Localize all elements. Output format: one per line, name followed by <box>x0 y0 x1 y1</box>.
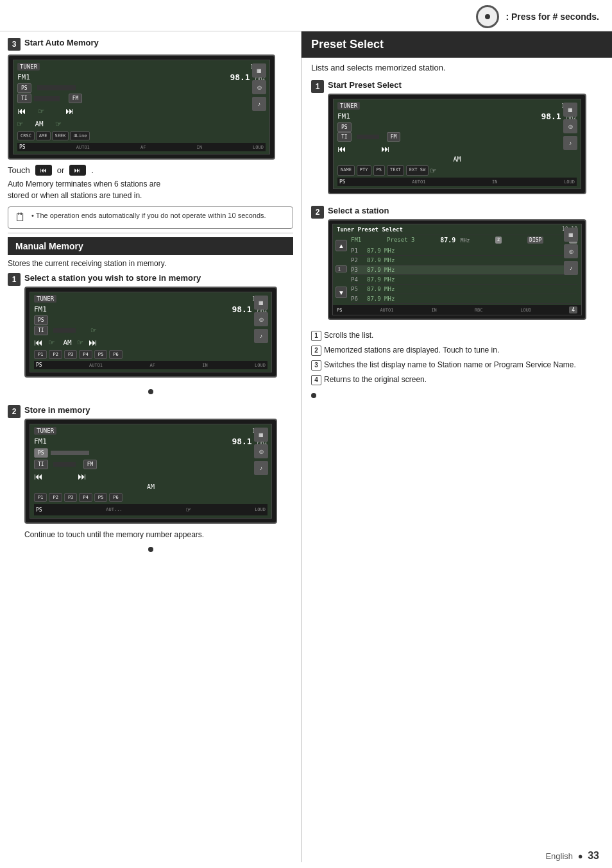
tps-preset-p4[interactable]: P4 87.9 MHz <box>351 275 577 285</box>
mm1-p1[interactable]: P1 <box>34 350 47 359</box>
tps-scroll-up[interactable]: ▲ <box>336 240 347 251</box>
ps1-ps[interactable]: PS <box>337 122 352 132</box>
mm2-tuner-label: TUNER <box>34 427 56 435</box>
ps1-mode: FM1 <box>337 112 350 121</box>
tps-scroll-down[interactable]: ▼ <box>336 287 347 298</box>
tps-1-badge: 1 <box>336 265 347 272</box>
mm1-tuner-label: TUNER <box>34 295 56 303</box>
note-item-1: 1 Scrolls the list. <box>311 330 602 341</box>
tps-preset-p6[interactable]: P6 87.9 MHz <box>351 294 577 304</box>
mm1-in: IN <box>202 363 207 368</box>
step3-badge: 3 <box>8 38 21 51</box>
ps1-next[interactable]: ⏭ <box>381 144 390 154</box>
tuner-hand-1: ☞ <box>38 106 44 116</box>
tuner-fm-btn[interactable]: FM <box>69 94 83 103</box>
tuner-am-btn[interactable]: AM <box>35 120 43 128</box>
tuner-in: IN <box>197 145 202 150</box>
tps-preset-p3[interactable]: P3 87.9 MHz <box>351 265 577 275</box>
mm2-ps[interactable]: PS <box>34 448 48 458</box>
press-label: : Press for # seconds. <box>506 12 599 22</box>
ps1-ext-sw[interactable]: EXT SW <box>406 165 429 176</box>
tuner-ps-bottom: PS <box>19 144 26 150</box>
prev-btn-touch[interactable]: ⏮ <box>35 165 52 176</box>
tps-preset-p2[interactable]: P2 87.9 MHz <box>351 256 577 265</box>
mm1-icon-circle: ◎ <box>254 312 268 326</box>
ps1-text[interactable]: TEXT <box>387 165 404 176</box>
mm2-prev[interactable]: ⏮ <box>34 471 43 481</box>
mm1-ps-bot: PS <box>36 362 42 368</box>
tuner-screen-1: TUNER 10:10 FM1 98.1 MHz PS <box>8 54 275 160</box>
mm1-mode: FM1 <box>34 305 47 313</box>
tps-in: IN <box>431 308 436 313</box>
mm-step1-row: 1 Select a station you wish to store in … <box>8 273 293 383</box>
mm2-icon-vol: ♪ <box>254 461 268 475</box>
page-footer: English ● 33 <box>545 850 599 862</box>
mm1-next[interactable]: ⏭ <box>89 337 98 347</box>
tuner-4line-btn[interactable]: 4Line <box>70 131 90 140</box>
tuner-ps-btn[interactable]: PS <box>17 83 31 93</box>
bullet-right <box>311 393 316 398</box>
ps-step2-row: 2 Select a station Tuner Preset Select 1… <box>302 206 612 325</box>
ps1-pty[interactable]: PTY <box>357 165 371 176</box>
notes-list: 1 Scrolls the list. 2 Memorized stations… <box>302 330 612 385</box>
tuner-ame-btn[interactable]: AME <box>36 131 51 140</box>
mm2-hand: ☞ <box>186 505 191 514</box>
tps-ps-bot: PS <box>337 308 342 313</box>
tuner-mode-1: FM1 <box>17 73 30 81</box>
mm1-ps[interactable]: PS <box>34 315 48 325</box>
mm2-icon-grid: ▦ <box>254 428 268 442</box>
mm2-p1[interactable]: P1 <box>34 493 47 502</box>
mm1-p5[interactable]: P5 <box>94 350 107 359</box>
mm2-ti[interactable]: TI <box>34 460 48 469</box>
mm2-fm[interactable]: FM <box>83 460 98 469</box>
note-text-4: Returns to the original screen. <box>324 374 427 385</box>
next-btn-touch[interactable]: ⏭ <box>69 165 86 176</box>
step3-title: Start Auto Memory <box>24 38 99 47</box>
mm2-next[interactable]: ⏭ <box>78 471 87 481</box>
mm1-hand2: ☞ <box>49 337 54 347</box>
tuner-seek-btn[interactable]: SEEK <box>52 131 69 140</box>
mm1-loud: LOUD <box>255 363 266 368</box>
tuner-icon-grid: ▦ <box>252 63 266 78</box>
tps-preset-p5[interactable]: P5 87.9 MHz <box>351 285 577 294</box>
ps-step2-title: Select a station <box>328 206 389 215</box>
footer-page: 33 <box>588 850 599 861</box>
tps-4-badge[interactable]: 4 <box>569 306 577 313</box>
ps1-name[interactable]: NAME <box>337 165 355 176</box>
tuner-prev-btn-1[interactable]: ⏮ <box>17 106 26 116</box>
mm1-p4[interactable]: P4 <box>79 350 92 359</box>
tps-preset-label: Preset 3 <box>387 237 414 244</box>
ps1-prev[interactable]: ⏮ <box>337 144 346 154</box>
ps1-ps2[interactable]: PS <box>373 165 385 176</box>
ps1-loud: LOUD <box>564 179 575 185</box>
ps1-ti[interactable]: TI <box>337 132 352 142</box>
mm2-icon-circle: ◎ <box>254 444 268 458</box>
tps-loud: LOUD <box>520 308 531 313</box>
mm-step1-title: Select a station you wish to store in me… <box>24 273 201 283</box>
mm1-af: AF <box>149 363 155 368</box>
mm2-p3[interactable]: P3 <box>64 493 77 502</box>
mm2-p4[interactable]: P4 <box>79 493 92 502</box>
mm1-am[interactable]: AM <box>63 338 71 347</box>
auto-memory-desc: Auto Memory terminates when 6 stations a… <box>8 178 293 201</box>
tuner-ti-btn[interactable]: TI <box>17 94 31 103</box>
mm2-p2[interactable]: P2 <box>49 493 62 502</box>
mm2-p5[interactable]: P5 <box>94 493 107 502</box>
note-text-2: Memorized stations are displayed. Touch … <box>324 345 499 356</box>
tuner-next-btn-1[interactable]: ⏭ <box>65 106 74 116</box>
mm2-p6[interactable]: P6 <box>109 493 122 502</box>
touch-text: Touch <box>8 165 30 175</box>
step3-row: 3 Start Auto Memory <box>8 38 293 51</box>
mm1-p6[interactable]: P6 <box>109 350 122 359</box>
mm1-p2[interactable]: P2 <box>49 350 62 359</box>
tuner-crsc-btn[interactable]: CRSC <box>17 131 35 140</box>
mm1-prev[interactable]: ⏮ <box>34 337 43 347</box>
tuner-freq-1: 98.1 <box>230 72 250 82</box>
mm1-ti[interactable]: TI <box>34 326 48 335</box>
tps-auto1: AUTO1 <box>380 308 393 313</box>
tps-preset-p1[interactable]: P1 87.9 MHz <box>351 246 577 256</box>
ps-step2-badge: 2 <box>311 206 324 219</box>
ps1-fm[interactable]: FM <box>387 132 401 142</box>
mm1-p3[interactable]: P3 <box>64 350 77 359</box>
mm1-auto1: AUTO1 <box>89 363 103 368</box>
